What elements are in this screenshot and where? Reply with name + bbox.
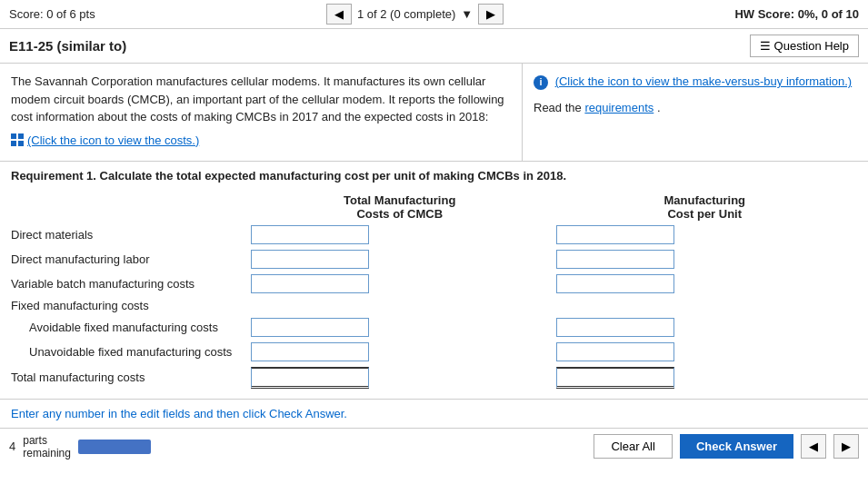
total-unit-input[interactable] xyxy=(556,367,674,389)
row-label-avoidable: Avoidable fixed manufacturing costs xyxy=(11,315,247,340)
parts-sub: remaining xyxy=(23,447,71,459)
question-help-label: Question Help xyxy=(774,39,849,53)
pagination-controls: ◀ 1 of 2 (0 complete) ▼ ▶ xyxy=(326,4,504,25)
unavoidable-label: Unavoidable fixed manufacturing costs xyxy=(29,345,232,359)
variable-batch-total-input[interactable] xyxy=(251,274,369,293)
bottom-prev-button[interactable]: ◀ xyxy=(801,434,826,459)
row-label-total: Total manufacturing costs xyxy=(11,364,247,391)
enter-note: Enter any number in the edit fields and … xyxy=(0,400,868,428)
variable-batch-unit-input[interactable] xyxy=(556,274,674,293)
direct-materials-label: Direct materials xyxy=(11,228,93,242)
direct-labor-total-cell xyxy=(247,247,553,272)
row-label-direct-materials: Direct materials xyxy=(11,222,247,247)
unavoidable-unit-input[interactable] xyxy=(556,342,674,361)
variable-batch-unit-cell xyxy=(553,272,858,296)
parts-label: parts xyxy=(23,434,71,447)
total-label: Total manufacturing costs xyxy=(11,370,145,384)
hw-score-label: HW Score: xyxy=(734,7,794,21)
total-total-input[interactable] xyxy=(251,367,369,389)
svg-rect-2 xyxy=(11,141,16,146)
left-panel: The Savannah Corporation manufactures ce… xyxy=(0,64,523,161)
col2-header: Manufacturing Cost per Unit xyxy=(553,192,858,222)
avoidable-total-input[interactable] xyxy=(251,318,369,337)
list-icon: ☰ xyxy=(760,39,771,53)
description-text: The Savannah Corporation manufactures ce… xyxy=(11,73,511,126)
direct-materials-total-input[interactable] xyxy=(251,225,369,244)
pagination-text: 1 of 2 (0 complete) xyxy=(357,7,455,21)
fixed-mfg-unit-cell xyxy=(553,296,858,315)
requirements-link[interactable]: requirements xyxy=(584,101,653,114)
hw-score-value: 0%, 0 of 10 xyxy=(798,7,859,21)
parts-progress-bar xyxy=(78,440,151,454)
direct-labor-total-input[interactable] xyxy=(251,250,369,269)
direct-materials-unit-input[interactable] xyxy=(556,225,674,244)
table-row: Direct materials xyxy=(11,222,857,247)
total-total-cell xyxy=(247,364,553,391)
svg-rect-0 xyxy=(11,133,16,139)
row-label-variable-batch: Variable batch manufacturing costs xyxy=(11,272,247,296)
table-row: Avoidable fixed manufacturing costs xyxy=(11,315,857,340)
period: . xyxy=(657,101,661,114)
hw-score-display: HW Score: 0%, 0 of 10 xyxy=(734,7,859,21)
direct-labor-label: Direct manufacturing labor xyxy=(11,252,149,266)
check-answer-button[interactable]: Check Answer xyxy=(680,434,793,459)
bottom-bar: 4 parts remaining Clear All Check Answer… xyxy=(0,428,868,465)
direct-materials-unit-cell xyxy=(553,222,858,247)
problem-header: E11-25 (similar to) ☰ Question Help xyxy=(0,29,868,64)
direct-labor-unit-input[interactable] xyxy=(556,250,674,269)
question-help-button[interactable]: ☰ Question Help xyxy=(750,35,859,57)
grid-icon xyxy=(11,133,24,146)
variable-batch-total-cell xyxy=(247,272,553,296)
unavoidable-unit-cell xyxy=(553,340,858,364)
problem-title: E11-25 (similar to) xyxy=(9,38,126,54)
unavoidable-total-input[interactable] xyxy=(251,342,369,361)
direct-labor-unit-cell xyxy=(553,247,858,272)
requirement-section: Requirement 1. Calculate the total expec… xyxy=(0,162,868,400)
info-icon: i xyxy=(534,75,548,90)
table-row: Direct manufacturing labor xyxy=(11,247,857,272)
fixed-mfg-label: Fixed manufacturing costs xyxy=(11,299,149,312)
variable-batch-label: Variable batch manufacturing costs xyxy=(11,277,195,291)
parts-info: 4 parts remaining xyxy=(9,434,151,459)
cost-table: Total Manufacturing Costs of CMCB Manufa… xyxy=(11,192,857,391)
table-row: Variable batch manufacturing costs xyxy=(11,272,857,296)
fixed-mfg-total-cell xyxy=(247,296,553,315)
svg-rect-3 xyxy=(18,141,24,146)
avoidable-unit-input[interactable] xyxy=(556,318,674,337)
make-vs-buy-info: i (Click the icon to view the make-versu… xyxy=(534,73,857,92)
prev-button[interactable]: ◀ xyxy=(326,4,352,25)
requirements-text: Read the requirements . xyxy=(534,99,857,118)
score-bar: Score: 0 of 6 pts ◀ 1 of 2 (0 complete) … xyxy=(0,0,868,29)
unavoidable-total-cell xyxy=(247,340,553,364)
avoidable-label: Avoidable fixed manufacturing costs xyxy=(29,321,218,334)
requirement-text: Calculate the total expected manufacturi… xyxy=(100,169,567,183)
requirement-label: Requirement 1. Calculate the total expec… xyxy=(11,169,857,183)
bottom-next-button[interactable]: ▶ xyxy=(833,434,859,459)
right-panel: i (Click the icon to view the make-versu… xyxy=(523,64,868,161)
row-label-fixed-mfg: Fixed manufacturing costs xyxy=(11,296,247,315)
score-label: Score: xyxy=(9,7,44,21)
click-costs-link[interactable]: (Click the icon to view the costs.) xyxy=(11,132,511,152)
click-costs-text[interactable]: (Click the icon to view the costs.) xyxy=(27,132,199,150)
score-value: 0 of 6 pts xyxy=(46,7,95,21)
next-button[interactable]: ▶ xyxy=(478,4,504,25)
clear-all-button[interactable]: Clear All xyxy=(594,434,672,459)
col1-header: Total Manufacturing Costs of CMCB xyxy=(247,192,553,222)
avoidable-unit-cell xyxy=(553,315,858,340)
click-info-text[interactable]: (Click the icon to view the make-versus-… xyxy=(555,74,853,88)
total-unit-cell xyxy=(553,364,858,391)
table-row-total: Total manufacturing costs xyxy=(11,364,857,391)
requirement-id: Requirement 1. xyxy=(11,169,96,183)
table-icon-link[interactable]: (Click the icon to view the costs.) xyxy=(11,132,199,150)
enter-note-text: Enter any number in the edit fields and … xyxy=(11,407,347,420)
row-label-unavoidable: Unavoidable fixed manufacturing costs xyxy=(11,340,247,364)
direct-materials-total-cell xyxy=(247,222,553,247)
bottom-actions: Clear All Check Answer ◀ ▶ xyxy=(594,434,859,459)
parts-number: 4 xyxy=(9,440,15,453)
col-label-header xyxy=(11,192,247,222)
read-text: Read the xyxy=(534,101,582,114)
row-label-direct-labor: Direct manufacturing labor xyxy=(11,247,247,272)
dropdown-icon[interactable]: ▼ xyxy=(461,7,473,21)
avoidable-total-cell xyxy=(247,315,553,340)
score-display: Score: 0 of 6 pts xyxy=(9,7,95,21)
